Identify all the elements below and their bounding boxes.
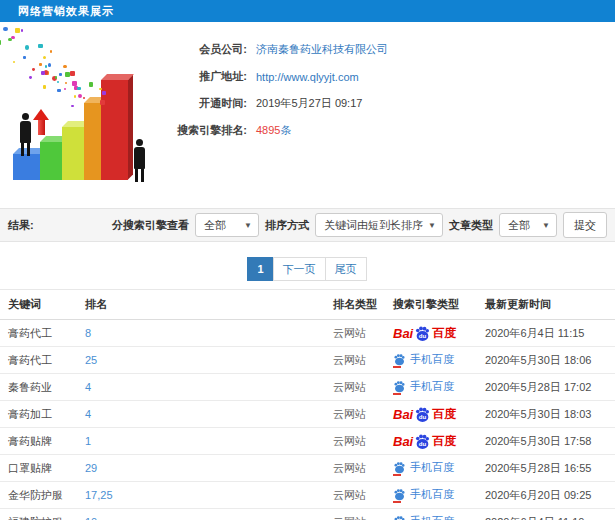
sort-filter-select[interactable]: 关键词由短到长排序 ▼ — [315, 213, 443, 237]
confetti-dot — [57, 81, 59, 83]
mobile-baidu-logo: 手机百度 — [393, 514, 454, 520]
baidu-paw-icon: du — [414, 433, 431, 450]
baidu-cn-wordmark: 百度 — [432, 406, 456, 423]
result-label: 结果: — [8, 218, 34, 233]
promo-url-value[interactable]: http://www.qlyyjt.com — [256, 71, 359, 83]
window-titlebar: 网络营销效果展示 — [0, 0, 615, 22]
confetti-dot — [48, 63, 52, 67]
confetti-dot — [100, 100, 105, 105]
confetti-dot — [59, 73, 62, 76]
engine-type-cell: 手机百度 — [385, 455, 477, 482]
member-company-label: 会员公司: — [170, 42, 247, 57]
type-filter-value: 全部 — [508, 218, 530, 233]
rank-cell[interactable]: 29 — [77, 455, 325, 482]
rank-cell[interactable]: 17,25 — [77, 482, 325, 509]
baidu-paw-icon — [393, 515, 406, 520]
open-time-label: 开通时间: — [170, 96, 247, 111]
baidu-paw-icon — [393, 488, 406, 501]
chevron-down-icon: ▼ — [244, 221, 252, 230]
baidu-wordmark: Bai — [393, 407, 413, 422]
confetti-dot — [63, 65, 67, 69]
rank-cell[interactable]: 4 — [77, 374, 325, 401]
open-time-value: 2019年5月27日 09:17 — [256, 96, 362, 111]
chevron-down-icon: ▼ — [542, 221, 550, 230]
confetti-dot — [21, 29, 23, 31]
confetti-dot — [70, 71, 75, 76]
rank-cell[interactable]: 8 — [77, 320, 325, 347]
mobile-baidu-logo: 手机百度 — [393, 487, 454, 502]
baidu-paw-icon — [393, 461, 406, 474]
confetti-dot — [43, 56, 46, 59]
table-row: 福建防护服 10 云网站 手机百度 2020年6月4日 11:10 — [0, 509, 615, 520]
confetti-dot — [50, 50, 52, 52]
table-row: 膏药代工 8 云网站 Baidu百度 2020年6月4日 11:15 — [0, 320, 615, 347]
member-company-value[interactable]: 济南秦鲁药业科技有限公司 — [256, 42, 388, 57]
rank-type-cell: 云网站 — [325, 320, 385, 347]
engine-filter-label: 分搜索引擎查看 — [112, 218, 189, 233]
mobile-baidu-icon — [393, 515, 406, 520]
rank-cell[interactable]: 25 — [77, 347, 325, 374]
open-time-row: 开通时间: 2019年5月27日 09:17 — [170, 90, 615, 117]
keyword-cell: 口罩贴牌 — [0, 455, 77, 482]
update-time-cell: 2020年5月28日 16:55 — [477, 455, 615, 482]
rank-type-cell: 云网站 — [325, 347, 385, 374]
confetti-dot — [64, 88, 67, 91]
rank-cell[interactable]: 10 — [77, 509, 325, 520]
mobile-baidu-logo: 手机百度 — [393, 352, 454, 367]
mobile-baidu-label: 手机百度 — [410, 514, 454, 520]
engine-type-cell: Baidu百度 — [385, 428, 477, 455]
ranking-count-number: 4895 — [256, 124, 280, 136]
table-row: 金华防护服 17,25 云网站 手机百度 2020年6月20日 09:25 — [0, 482, 615, 509]
keyword-cell: 金华防护服 — [0, 482, 77, 509]
svg-text:du: du — [419, 332, 427, 339]
table-row: 秦鲁药业 4 云网站 手机百度 2020年5月28日 17:02 — [0, 374, 615, 401]
confetti-dot — [43, 85, 46, 88]
baidu-paw-icon: du — [414, 325, 431, 342]
baidu-wordmark: Bai — [393, 326, 413, 341]
page-title: 网络营销效果展示 — [0, 4, 114, 19]
update-time-cell: 2020年5月30日 18:03 — [477, 401, 615, 428]
confetti-dot — [32, 68, 35, 71]
rank-cell[interactable]: 4 — [77, 401, 325, 428]
businessman-figure — [20, 113, 31, 156]
page-1-button[interactable]: 1 — [247, 257, 273, 281]
mobile-baidu-label: 手机百度 — [410, 352, 454, 367]
member-company-row: 会员公司: 济南秦鲁药业科技有限公司 — [170, 36, 615, 63]
col-header-update-time: 最新更新时间 — [477, 290, 615, 320]
update-time-cell: 2020年5月28日 17:02 — [477, 374, 615, 401]
engine-type-cell: 手机百度 — [385, 374, 477, 401]
engine-type-cell: Baidu百度 — [385, 320, 477, 347]
chevron-down-icon: ▼ — [428, 221, 436, 230]
baidu-logo: Baidu百度 — [393, 325, 456, 342]
engine-filter-value: 全部 — [204, 218, 226, 233]
update-time-cell: 2020年6月20日 09:25 — [477, 482, 615, 509]
confetti-dot — [23, 56, 26, 59]
table-header-row: 关键词 排名 排名类型 搜索引擎类型 最新更新时间 — [0, 290, 615, 320]
confetti-dot — [0, 40, 1, 44]
rank-cell[interactable]: 1 — [77, 428, 325, 455]
last-page-button[interactable]: 尾页 — [325, 257, 367, 281]
submit-button[interactable]: 提交 — [563, 212, 607, 238]
rank-type-cell: 云网站 — [325, 482, 385, 509]
type-filter-select[interactable]: 全部 ▼ — [499, 213, 557, 237]
next-page-button[interactable]: 下一页 — [273, 257, 326, 281]
col-header-rank-type: 排名类型 — [325, 290, 385, 320]
engine-type-cell: 手机百度 — [385, 482, 477, 509]
marketing-report-page: 网络营销效果展示 会员公司: 济南秦鲁药业科技有限公司 推广地址: http:/… — [0, 0, 615, 520]
confetti-dot — [25, 45, 29, 49]
confetti-dot — [83, 97, 85, 99]
chart-bar-5 — [101, 80, 128, 180]
engine-filter-select[interactable]: 全部 ▼ — [195, 213, 259, 237]
update-time-cell: 2020年6月4日 11:15 — [477, 320, 615, 347]
rank-type-cell: 云网站 — [325, 509, 385, 520]
filter-bar: 结果: 分搜索引擎查看 全部 ▼ 排序方式 关键词由短到长排序 ▼ 文章类型 全… — [0, 208, 615, 242]
keyword-ranking-table: 关键词 排名 排名类型 搜索引擎类型 最新更新时间 膏药代工 8 云网站 Bai… — [0, 289, 615, 520]
rank-type-cell: 云网站 — [325, 428, 385, 455]
mobile-baidu-icon — [393, 353, 406, 366]
ranking-count-row: 搜索引擎排名: 4895条 — [170, 117, 615, 144]
rank-type-cell: 云网站 — [325, 455, 385, 482]
baidu-logo: Baidu百度 — [393, 433, 456, 450]
confetti-dot — [77, 87, 81, 91]
baidu-logo: Baidu百度 — [393, 406, 456, 423]
confetti-dot — [38, 44, 43, 49]
